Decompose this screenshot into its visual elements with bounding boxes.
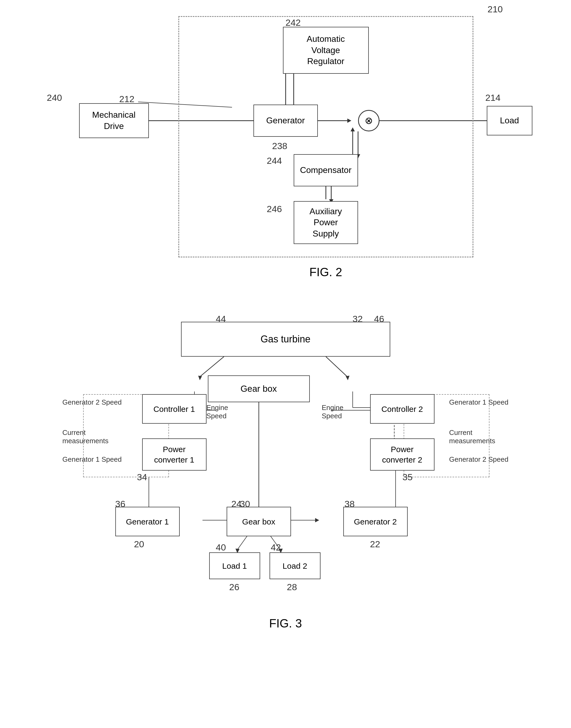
gen1-speed-top-right: Generator 1 Speed bbox=[449, 398, 508, 406]
generator1-box: Generator 1 bbox=[115, 507, 180, 536]
label-32: 32 bbox=[353, 314, 363, 324]
label-240: 240 bbox=[47, 93, 62, 103]
fig3-diagram: Gas turbine 44 32 46 Gear box Controller… bbox=[58, 311, 513, 606]
label-246: 246 bbox=[267, 204, 282, 214]
svg-marker-22 bbox=[346, 376, 349, 380]
aux-power-box: Auxiliary Power Supply bbox=[294, 201, 358, 244]
current-meas-right: Current measurements bbox=[449, 429, 495, 445]
gen1-speed-bottom-left: Generator 1 Speed bbox=[63, 455, 122, 464]
power-converter2-label: Power converter 2 bbox=[382, 444, 422, 465]
label-35: 35 bbox=[403, 472, 413, 482]
avr-label: Automatic Voltage Regulator bbox=[307, 33, 345, 67]
mechanical-drive-label: Mechanical Drive bbox=[92, 109, 136, 132]
label-40: 40 bbox=[216, 542, 226, 553]
gen2-speed-top-left: Generator 2 Speed bbox=[63, 398, 122, 406]
controller1-box: Controller 1 bbox=[142, 394, 207, 423]
generator2-box: Generator 2 bbox=[343, 507, 408, 536]
label-242: 242 bbox=[286, 17, 301, 28]
label-244: 244 bbox=[267, 155, 282, 166]
mechanical-drive-box: Mechanical Drive bbox=[79, 103, 149, 138]
compensator-box: Compensator bbox=[294, 154, 358, 187]
svg-line-21 bbox=[326, 357, 347, 377]
gear-box-top-label: Gear box bbox=[241, 383, 277, 395]
gear-box-top: Gear box bbox=[208, 375, 310, 402]
engine-speed-left-label: Engine Speed bbox=[207, 403, 228, 420]
load2-label: Load 2 bbox=[283, 561, 307, 571]
load2-box: Load 2 bbox=[269, 553, 321, 579]
label-34: 34 bbox=[137, 472, 147, 482]
label-24: 24 bbox=[231, 499, 242, 509]
label-36: 36 bbox=[115, 499, 125, 509]
load1-box: Load 1 bbox=[209, 553, 260, 579]
load1-label: Load 1 bbox=[222, 561, 247, 571]
controller2-box: Controller 2 bbox=[370, 394, 435, 423]
fig2-section: 210 212 Automatic Voltage Regulator 242 … bbox=[98, 16, 473, 279]
label-44: 44 bbox=[216, 314, 226, 324]
engine-speed-right-label: Engine Speed bbox=[322, 403, 344, 420]
label-28: 28 bbox=[287, 582, 297, 592]
svg-line-19 bbox=[200, 357, 224, 377]
label-210: 210 bbox=[487, 4, 503, 14]
power-converter1-box: Power converter 1 bbox=[142, 439, 207, 471]
xor-symbol: ⊗ bbox=[358, 110, 379, 131]
page-container: 210 212 Automatic Voltage Regulator 242 … bbox=[0, 0, 571, 728]
avr-box: Automatic Voltage Regulator bbox=[283, 27, 369, 74]
gas-turbine-box: Gas turbine bbox=[181, 322, 390, 357]
controller1-label: Controller 1 bbox=[153, 404, 195, 414]
current-meas-left: Current measurements bbox=[63, 429, 109, 445]
fig3-section: Gas turbine 44 32 46 Gear box Controller… bbox=[58, 311, 513, 630]
power-converter1-label: Power converter 1 bbox=[154, 444, 194, 465]
svg-marker-42 bbox=[315, 518, 319, 522]
label-46: 46 bbox=[374, 314, 384, 324]
label-238: 238 bbox=[272, 141, 288, 151]
controller2-label: Controller 2 bbox=[381, 404, 423, 414]
label-214: 214 bbox=[485, 93, 501, 103]
aux-power-label: Auxiliary Power Supply bbox=[310, 206, 342, 239]
label-212: 212 bbox=[119, 94, 135, 104]
gen2-speed-bottom-right: Generator 2 Speed bbox=[449, 455, 508, 464]
generator-label: Generator bbox=[266, 115, 305, 126]
label-38: 38 bbox=[345, 499, 355, 509]
load-box: Load bbox=[487, 106, 532, 135]
gear-box-bottom: Gear box bbox=[227, 507, 291, 536]
generator1-label: Generator 1 bbox=[126, 516, 169, 527]
generator-box: Generator bbox=[253, 105, 318, 137]
label-26: 26 bbox=[229, 582, 239, 592]
fig3-title: FIG. 3 bbox=[58, 617, 513, 630]
label-42: 42 bbox=[271, 542, 281, 553]
label-20: 20 bbox=[134, 539, 144, 550]
fig2-title: FIG. 2 bbox=[178, 265, 473, 279]
power-converter2-box: Power converter 2 bbox=[370, 439, 435, 471]
gas-turbine-label: Gas turbine bbox=[260, 333, 310, 346]
gear-box-bottom-label: Gear box bbox=[242, 516, 275, 527]
load-label: Load bbox=[500, 115, 519, 126]
generator2-label: Generator 2 bbox=[354, 516, 397, 527]
label-22: 22 bbox=[370, 539, 380, 550]
svg-marker-20 bbox=[198, 376, 202, 380]
compensator-label: Compensator bbox=[300, 165, 351, 176]
